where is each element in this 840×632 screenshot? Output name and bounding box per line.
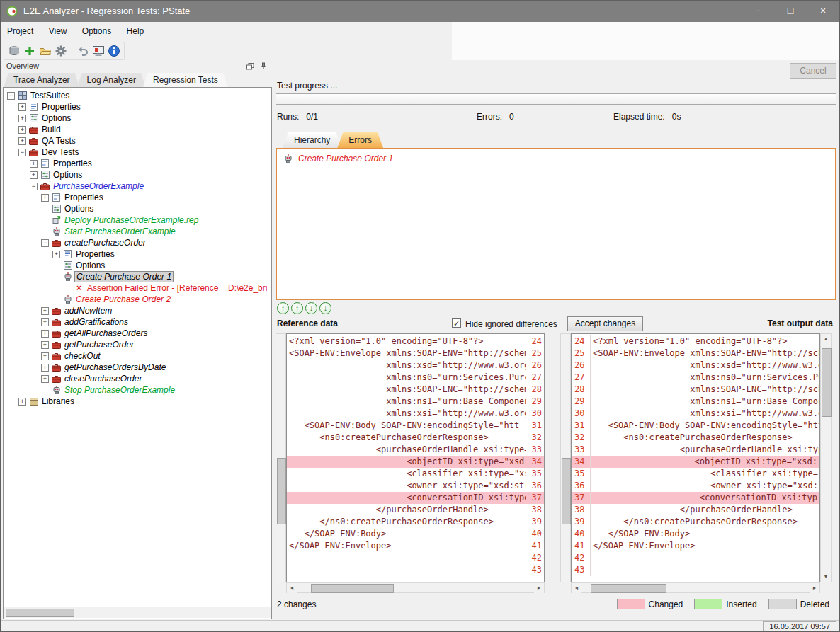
expand-icon[interactable]: +: [41, 375, 49, 383]
tree-item[interactable]: +checkOut: [4, 350, 271, 362]
expand-icon[interactable]: +: [18, 398, 26, 406]
menu-options[interactable]: Options: [76, 22, 118, 40]
tree-item[interactable]: Create Purchase Order 2: [4, 294, 271, 305]
expand-icon[interactable]: +: [18, 126, 26, 134]
tree-item[interactable]: +Properties: [4, 192, 271, 203]
tree-item[interactable]: Options: [4, 203, 271, 214]
line-number: 42: [526, 552, 544, 564]
scroll-left-icon[interactable]: ◄: [572, 583, 581, 593]
reference-horizontal-scrollbar[interactable]: ◄ ►: [286, 582, 545, 593]
info-icon[interactable]: [106, 43, 122, 59]
expand-icon[interactable]: +: [18, 103, 26, 111]
tree-item[interactable]: ×Assertion Failed Error - [Reference = D…: [4, 282, 271, 294]
menu-view[interactable]: View: [42, 22, 74, 40]
tab-hierarchy[interactable]: Hierarchy: [283, 132, 341, 148]
tree-item[interactable]: +closePurchaseOrder: [4, 373, 271, 384]
scrollbar-thumb[interactable]: [822, 348, 832, 417]
expand-icon[interactable]: +: [41, 318, 49, 326]
cancel-button[interactable]: Cancel: [790, 63, 836, 79]
float-panel-icon[interactable]: [246, 62, 254, 72]
minimize-button[interactable]: −: [742, 1, 774, 22]
expand-icon[interactable]: +: [18, 137, 26, 145]
menu-project[interactable]: Project: [1, 22, 40, 40]
diff-line: 25<SOAP-ENV:Envelope xmlns:SOAP-ENV="htt…: [572, 347, 819, 360]
tree-item[interactable]: −createPurchaseOrder: [4, 237, 271, 248]
tree-horizontal-scrollbar[interactable]: [4, 607, 271, 618]
expand-icon[interactable]: +: [41, 341, 49, 349]
tree-item[interactable]: +getAllPurchaseOrders: [4, 328, 271, 339]
tree-item[interactable]: −Dev Tests: [4, 146, 271, 158]
close-button[interactable]: ×: [807, 1, 839, 22]
expand-icon[interactable]: +: [52, 251, 60, 258]
tree-item[interactable]: +Properties: [4, 101, 271, 113]
collapse-icon[interactable]: −: [41, 239, 49, 247]
undo-icon[interactable]: [75, 43, 91, 59]
scroll-up-icon[interactable]: ▲: [821, 334, 831, 344]
tree-item[interactable]: Deploy PurchaseOrderExample.rep: [4, 214, 271, 226]
analyzer-icon[interactable]: [91, 43, 106, 59]
tree-item[interactable]: +Options: [4, 169, 271, 180]
tree-item[interactable]: +getPurchaseOrdersByDate: [4, 362, 271, 373]
scrollbar-thumb[interactable]: [311, 584, 394, 593]
expand-icon[interactable]: +: [41, 352, 49, 360]
tree-item[interactable]: Start PurchaseOrderExample: [4, 226, 271, 237]
tree-item[interactable]: +getPurchaseOrder: [4, 339, 271, 350]
open-icon[interactable]: [38, 43, 53, 59]
tree-item[interactable]: +Options: [4, 113, 271, 124]
scrollbar-thumb[interactable]: [591, 584, 666, 593]
tree-item[interactable]: Options: [4, 260, 271, 271]
scrollbar-thumb[interactable]: [562, 458, 571, 524]
expand-icon[interactable]: +: [41, 364, 49, 372]
tree-item[interactable]: −PurchaseOrderExample: [4, 180, 271, 192]
build-icon[interactable]: [6, 43, 22, 59]
pin-icon[interactable]: [260, 62, 267, 72]
left-pane-vertical-scrollbar[interactable]: [276, 333, 286, 582]
tree-item[interactable]: Stop PurchaseOrderExample: [4, 384, 271, 396]
tree-item[interactable]: +addNewItem: [4, 305, 271, 316]
tab-regression-tests[interactable]: Regression Tests: [143, 73, 228, 87]
tree-item[interactable]: Create Purchase Order 1: [4, 271, 271, 282]
next-difference-button[interactable]: ↓: [305, 302, 317, 314]
tab-trace-analyzer[interactable]: Trace Analyzer: [4, 73, 80, 87]
tree-item[interactable]: +QA Tests: [4, 135, 271, 146]
expand-icon[interactable]: +: [30, 160, 38, 168]
maximize-button[interactable]: □: [774, 1, 807, 22]
test-output-pane: 24<?xml version="1.0" encoding="UTF-8"?>…: [571, 333, 820, 582]
collapse-icon[interactable]: −: [30, 183, 38, 190]
collapse-icon[interactable]: −: [7, 92, 15, 100]
scroll-down-icon[interactable]: ▼: [821, 572, 831, 582]
previous-difference-button[interactable]: ↑: [291, 302, 303, 314]
tab-log-analyzer[interactable]: Log Analyzer: [77, 73, 146, 87]
accept-changes-button[interactable]: Accept changes: [567, 316, 643, 331]
hide-ignored-checkbox[interactable]: ✓: [452, 318, 461, 328]
robot-icon: [51, 386, 62, 394]
expand-icon[interactable]: +: [41, 307, 49, 315]
scrollbar-thumb[interactable]: [6, 609, 74, 617]
line-number: 26: [572, 360, 591, 372]
add-icon[interactable]: [22, 43, 38, 59]
tree-item[interactable]: +Properties: [4, 248, 271, 260]
menu-help[interactable]: Help: [120, 22, 151, 40]
expand-icon[interactable]: +: [30, 171, 38, 179]
expand-icon[interactable]: +: [41, 194, 49, 202]
tree-item[interactable]: −TestSuites: [4, 90, 271, 101]
tree-item[interactable]: +Libraries: [4, 396, 271, 407]
tree-item[interactable]: +addGratifications: [4, 316, 271, 328]
output-horizontal-scrollbar[interactable]: ◄ ►: [571, 582, 820, 593]
settings-icon[interactable]: [53, 43, 69, 59]
scrollbar-thumb[interactable]: [277, 458, 286, 524]
collapse-icon[interactable]: −: [18, 149, 26, 156]
output-vertical-scrollbar[interactable]: ▲ ▼: [820, 333, 832, 582]
scroll-right-icon[interactable]: ►: [534, 583, 544, 593]
scroll-left-icon[interactable]: ◄: [287, 583, 297, 593]
expand-icon[interactable]: +: [41, 330, 49, 338]
output-pane-vertical-scrollbar[interactable]: [560, 333, 571, 582]
tree-item[interactable]: +Build: [4, 124, 271, 135]
tab-errors[interactable]: Errors: [337, 132, 383, 148]
last-difference-button[interactable]: ↓: [319, 302, 331, 314]
error-list-item[interactable]: Create Purchase Order 1: [277, 149, 835, 163]
tree-item[interactable]: +Properties: [4, 158, 271, 169]
scroll-right-icon[interactable]: ►: [810, 583, 819, 593]
expand-icon[interactable]: +: [18, 115, 26, 122]
first-difference-button[interactable]: ↑: [277, 302, 289, 314]
